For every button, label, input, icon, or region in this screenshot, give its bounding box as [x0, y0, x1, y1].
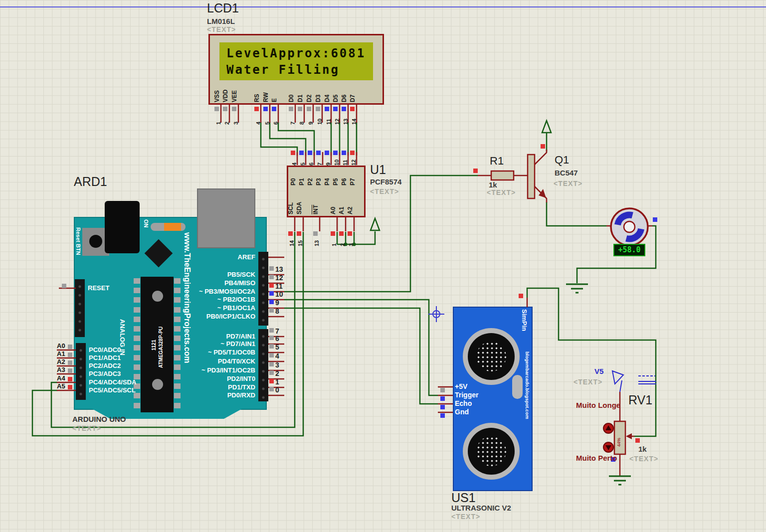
- pin-state-indicator: [269, 291, 274, 296]
- simpin-label: SimPin: [521, 309, 528, 356]
- pin-state-indicator: [440, 405, 445, 409]
- u1-pin-name: P1: [298, 168, 306, 185]
- us1-pin-label: Trigger: [455, 391, 478, 399]
- lcd-display-line2: Water Filling: [226, 62, 373, 78]
- digital-header-lower[interactable]: [258, 329, 268, 401]
- pin-state-indicator: [272, 107, 276, 111]
- resistor-symbol-r1[interactable]: [478, 171, 528, 180]
- arduino-pin-number: 10: [275, 290, 283, 298]
- pin-state-indicator: [331, 231, 335, 236]
- u1-pin-name: P6: [341, 168, 349, 185]
- u1-pin-name: P7: [349, 168, 357, 185]
- arduino-pin-label: AREF: [148, 253, 255, 261]
- pin-state-indicator: [440, 388, 445, 392]
- lcd-pin-name: D4: [324, 79, 332, 102]
- arduino-analog-pin-number: A1: [57, 350, 65, 357]
- lcd-pin-number: 12: [334, 112, 341, 125]
- pin-state-indicator: [263, 107, 268, 111]
- u1-pin-name: A0: [330, 195, 338, 214]
- u1-pin-name: SDA: [296, 195, 304, 214]
- pin-state-indicator: [350, 107, 355, 111]
- power-led-label: ON: [143, 219, 149, 232]
- motor-rpm-display: +58.0: [613, 244, 645, 256]
- u1-pin-name: A1: [338, 195, 346, 214]
- arduino-pin-number: 0: [275, 386, 279, 394]
- us1-pin-label: +5V: [455, 382, 467, 390]
- pin-state-indicator: [269, 328, 274, 333]
- pin-state-indicator: [68, 360, 72, 365]
- arduino-analog-pin-label: PC1/ADC1: [89, 354, 121, 361]
- barrel-jack: [105, 201, 140, 253]
- us1-text-placeholder: <TEXT>: [451, 513, 480, 521]
- pin-state-indicator: [307, 107, 311, 111]
- reset-header[interactable]: [75, 279, 85, 337]
- pin-state-indicator: [299, 151, 304, 155]
- arduino-pin-label: PD2/INT0: [148, 375, 255, 382]
- pin-state-indicator: [269, 387, 274, 391]
- power-arrow-u1: [371, 218, 380, 230]
- lcd-pin-number: 9: [308, 112, 315, 125]
- rv1-decrease-button[interactable]: [603, 442, 613, 452]
- pin-state-indicator: [339, 231, 344, 236]
- power-arrow-q1: [542, 121, 551, 133]
- u1-pin-name: P0: [290, 168, 298, 185]
- lcd-pin-name: D3: [315, 79, 323, 102]
- pin-state-indicator: [289, 107, 293, 111]
- pin-state-indicator: [269, 353, 274, 357]
- pin-state-indicator: [342, 107, 346, 111]
- pin-state-indicator: [68, 368, 72, 373]
- arduino-analog-pin-number: A2: [57, 358, 65, 365]
- lcd-pin-name: VEE: [231, 79, 239, 102]
- reset-button[interactable]: [89, 235, 102, 248]
- us1-pin-label: Echo: [455, 399, 472, 407]
- pin-state-indicator: [342, 151, 346, 155]
- pin-state-indicator: [269, 362, 274, 366]
- pin-state-indicator: [313, 231, 318, 236]
- lcd-pin-number: 8: [299, 112, 306, 125]
- arduino-pin-number: 6: [275, 335, 279, 343]
- schematic-canvas[interactable]: LCD1 LM016L <TEXT> LevelApprox:6081 Wate…: [0, 0, 766, 532]
- pin-state-indicator: [269, 370, 274, 375]
- lcd-pin-name: RW: [262, 79, 270, 102]
- arduino-analog-pin-number: A5: [57, 382, 65, 390]
- lcd-pin-name: D7: [349, 79, 357, 102]
- u1-pin-name: INT: [312, 195, 320, 214]
- transducer-mesh: [468, 428, 515, 475]
- r1-text-placeholder: <TEXT>: [487, 188, 516, 196]
- lcd-pin-name: VSS: [213, 79, 221, 102]
- q1_collector-state-indicator: [541, 144, 545, 149]
- u1-pin-name: P2: [307, 168, 315, 185]
- motor_right-state-indicator: [653, 217, 657, 222]
- pin-state-indicator: [308, 151, 312, 155]
- power-led-icon: [164, 223, 181, 231]
- u1-pin-name: P3: [315, 168, 323, 185]
- pin-state-indicator: [440, 396, 445, 401]
- lcd-pin-number: 11: [326, 112, 333, 125]
- us1-model-label: ULTRASONIC V2: [451, 504, 511, 512]
- transistor-symbol-q1[interactable]: [528, 150, 547, 202]
- arduino-pin-number: 12: [275, 274, 283, 282]
- analog-header[interactable]: [76, 343, 86, 400]
- q1-model-label: BC547: [555, 169, 578, 177]
- lcd-pin-name: D6: [341, 79, 349, 102]
- arduino-ref-label: ARD1: [74, 175, 107, 189]
- reset-btn-label: Reset BTN: [75, 227, 81, 270]
- lcd-pin-number: 5: [264, 112, 271, 125]
- u1-pin-name: P5: [332, 168, 340, 185]
- lcd-pin-number: 1: [215, 112, 222, 125]
- lcd-pin-name: D0: [288, 79, 296, 102]
- pin-state-indicator: [288, 231, 293, 236]
- rv1-increase-button[interactable]: [603, 423, 613, 433]
- arduino-pin-label: PD1/TXD: [148, 383, 255, 391]
- arduino-pin-label: PB5/SCK: [148, 271, 255, 278]
- v5-source-symbol[interactable]: [612, 371, 656, 392]
- arduino-pin-label: PB0/ICP1/CLKO: [148, 313, 255, 320]
- digital-header-upper[interactable]: [258, 252, 268, 326]
- arduino-pin-label: ~ PB3/MOSI/OC2A: [148, 288, 255, 295]
- pin-state-indicator: [291, 151, 295, 155]
- pin-state-indicator: [333, 107, 338, 111]
- r1_left-state-indicator: [473, 169, 478, 173]
- motor-symbol[interactable]: [606, 208, 652, 245]
- lcd-pin-number: 7: [290, 112, 297, 125]
- arduino-analog-pin-label: PC2/ADC2: [89, 362, 121, 369]
